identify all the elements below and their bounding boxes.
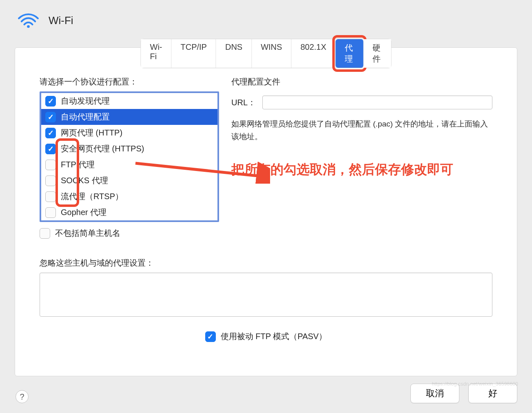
- protocol-row[interactable]: SOCKS 代理: [41, 173, 217, 189]
- help-button[interactable]: ?: [16, 390, 29, 403]
- tab-tcpip[interactable]: TCP/IP: [171, 39, 216, 68]
- tab-wifi[interactable]: Wi-Fi: [141, 39, 172, 68]
- watermark: https://blog.csdn.net/weixin_36598600: [432, 381, 518, 387]
- svg-point-0: [27, 25, 30, 28]
- proxy-config-file-title: 代理配置文件: [231, 76, 492, 87]
- protocol-label: SOCKS 代理: [61, 175, 108, 186]
- proxy-config-description: 如果网络管理员给您提供了自动代理配置 (.pac) 文件的地址，请在上面输入该地…: [231, 118, 492, 143]
- protocol-label: 自动发现代理: [61, 95, 110, 107]
- annotation-highlight-tab: [332, 35, 366, 72]
- protocol-checkbox[interactable]: [45, 128, 56, 138]
- pasv-checkbox[interactable]: [205, 331, 216, 342]
- protocol-row[interactable]: FTP 代理: [41, 157, 217, 173]
- protocol-row[interactable]: 自动代理配置: [41, 109, 217, 125]
- protocol-row[interactable]: 网页代理 (HTTP): [41, 125, 217, 141]
- protocol-list: 自动发现代理自动代理配置网页代理 (HTTP)安全网页代理 (HTTPS)FTP…: [40, 91, 219, 222]
- protocol-checkbox[interactable]: [45, 175, 56, 186]
- tab-proxy[interactable]: 代理: [336, 39, 364, 68]
- protocol-label: 自动代理配置: [61, 111, 110, 122]
- tab-bar: Wi-Fi TCP/IP DNS WINS 802.1X 代理 硬件: [141, 39, 392, 68]
- protocol-row[interactable]: 流代理（RTSP）: [41, 189, 217, 204]
- protocol-label: FTP 代理: [61, 159, 95, 170]
- tab-dns[interactable]: DNS: [216, 39, 252, 68]
- protocol-checkbox[interactable]: [45, 160, 56, 170]
- protocol-label: 流代理（RTSP）: [61, 191, 123, 202]
- protocol-label: 安全网页代理 (HTTPS): [61, 143, 144, 154]
- settings-panel: Wi-Fi TCP/IP DNS WINS 802.1X 代理 硬件 请选择一个…: [15, 47, 517, 376]
- bypass-label: 忽略这些主机与域的代理设置：: [40, 258, 492, 269]
- protocol-checkbox[interactable]: [45, 207, 56, 218]
- protocol-label: Gopher 代理: [61, 207, 106, 218]
- protocol-checkbox[interactable]: [45, 191, 56, 202]
- tab-wins[interactable]: WINS: [252, 39, 291, 68]
- bypass-textarea[interactable]: [40, 273, 492, 317]
- wifi-icon: [17, 12, 40, 29]
- url-input[interactable]: [262, 95, 492, 109]
- protocol-section-label: 请选择一个协议进行配置：: [40, 76, 219, 87]
- exclude-simple-hostnames-label: 不包括简单主机名: [55, 228, 120, 239]
- page-title: Wi-Fi: [49, 14, 73, 27]
- protocol-checkbox[interactable]: [45, 112, 56, 122]
- exclude-simple-hostnames-checkbox[interactable]: [40, 228, 50, 239]
- tab-8021x[interactable]: 802.1X: [291, 39, 335, 68]
- protocol-checkbox[interactable]: [45, 144, 56, 154]
- protocol-label: 网页代理 (HTTP): [61, 127, 122, 138]
- annotation-text: 把所有的勾选取消，然后保存修改即可: [231, 160, 492, 180]
- pasv-label: 使用被动 FTP 模式（PASV）: [221, 331, 327, 342]
- protocol-row[interactable]: 安全网页代理 (HTTPS): [41, 141, 217, 157]
- tab-hardware[interactable]: 硬件: [364, 39, 391, 68]
- protocol-row[interactable]: Gopher 代理: [41, 204, 217, 220]
- url-label: URL：: [231, 97, 256, 108]
- protocol-checkbox[interactable]: [45, 96, 56, 107]
- protocol-row[interactable]: 自动发现代理: [41, 93, 217, 109]
